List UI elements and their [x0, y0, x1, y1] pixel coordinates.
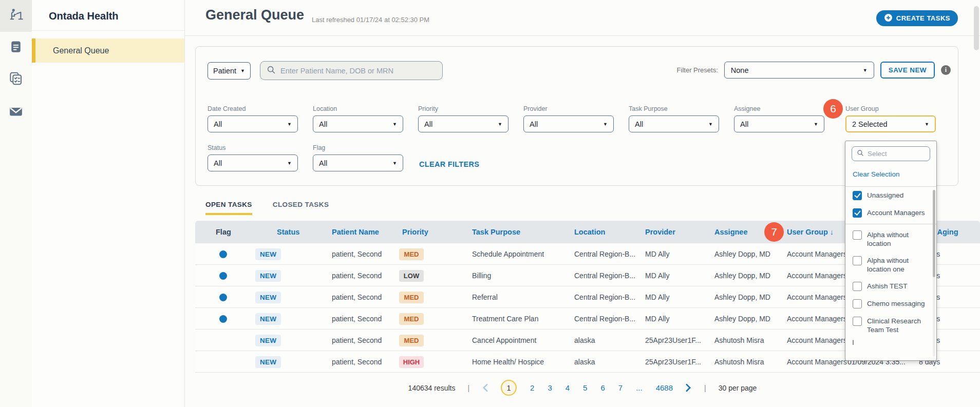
location-cell: Central Region-B... [574, 308, 635, 330]
chevron-down-icon: ▼ [814, 122, 818, 127]
save-new-button[interactable]: SAVE NEW [880, 62, 935, 79]
clear-filters-link[interactable]: CLEAR FILTERS [419, 156, 479, 172]
clear-selection-link[interactable]: Clear Selection [853, 170, 929, 178]
chevron-left-icon[interactable] [482, 383, 488, 392]
flag-dot[interactable] [219, 286, 227, 308]
flag-icon [219, 294, 227, 301]
checkbox[interactable] [853, 299, 862, 308]
column-header-flag[interactable]: Flag [216, 221, 231, 243]
priority-badge: MED [399, 335, 424, 346]
dropdown-search-input[interactable] [868, 150, 925, 158]
checkbox[interactable] [853, 317, 862, 326]
priority-select[interactable]: All▼ [418, 115, 508, 132]
provider-cell: 25Apr23User1F... [645, 351, 701, 373]
date-created-select[interactable]: All▼ [208, 115, 298, 132]
checkbox[interactable] [853, 256, 862, 265]
status-select[interactable]: All▼ [208, 154, 298, 171]
page-button[interactable]: 6 [600, 383, 605, 392]
filter-panel: Patient ▼ Filter Presets: None ▼ SAVE NE… [195, 46, 958, 186]
page-button[interactable]: 7 [618, 383, 623, 392]
status-badge: NEW [255, 356, 281, 368]
provider-cell: MD Ally [645, 265, 669, 286]
mail-icon [8, 103, 24, 120]
option-chemo-messaging[interactable]: Chemo messaging [845, 295, 936, 313]
page-scrollbar-thumb[interactable] [974, 6, 979, 50]
page-button[interactable]: 4 [566, 383, 570, 392]
patient-name-cell: patient, Second [332, 243, 382, 265]
column-header-status[interactable]: Status [277, 221, 299, 243]
flag-dot[interactable] [219, 308, 227, 330]
column-header-priority[interactable]: Priority [402, 221, 428, 243]
sidebar-item-general-queue[interactable]: General Queue [32, 38, 184, 63]
checkbox[interactable] [853, 208, 862, 218]
task-purpose-cell: Schedule Appointment [472, 243, 544, 265]
flag-dot[interactable] [219, 265, 227, 286]
search-icon [857, 149, 864, 159]
flag-dot[interactable] [219, 243, 227, 265]
option-alpha-without-location-one[interactable]: Alpha without location one [845, 252, 936, 278]
chevron-down-icon: ▼ [863, 68, 868, 73]
rail-item-workstation[interactable] [0, 0, 32, 32]
page-button-last[interactable]: 4688 [656, 383, 673, 392]
flag-select[interactable]: All▼ [313, 154, 403, 171]
option-ashish-test[interactable]: Ashish TEST [845, 278, 936, 295]
checkbox[interactable] [853, 230, 862, 240]
column-header-user-group[interactable]: User Group ↓ [787, 221, 834, 243]
step-badge-7: 7 [764, 222, 784, 242]
tab-closed-tasks[interactable]: CLOSED TASKS [273, 201, 329, 215]
option-alpha-without-location[interactable]: Alpha without location [845, 226, 936, 252]
user-group-cell: Account Managers [787, 330, 847, 351]
assignee-cell: Ashley Dopp, MD [714, 308, 770, 330]
chevron-down-icon: ▼ [287, 161, 292, 166]
status-badge: NEW [255, 335, 281, 346]
filter-user-group: User Group 2 Selected▼ [845, 105, 936, 132]
page-button[interactable]: 2 [530, 383, 534, 392]
app-root: Ontada Health General Queue General Queu… [0, 0, 980, 407]
create-tasks-button[interactable]: CREATE TASKS [876, 10, 958, 26]
search-category-select[interactable]: Patient ▼ [208, 62, 251, 80]
tab-open-tasks[interactable]: OPEN TASKS [205, 201, 252, 215]
page-button[interactable]: 3 [548, 383, 552, 392]
column-header-task-purpose[interactable]: Task Purpose [472, 221, 520, 243]
scrollbar-thumb[interactable] [933, 190, 935, 277]
task-purpose-select[interactable]: All▼ [629, 115, 719, 132]
option-clinical-research-team-test[interactable]: Clinical Research Team Test [845, 313, 936, 338]
assignee-cell: Ashutosh Misra [714, 351, 764, 373]
task-purpose-cell: Billing [472, 265, 491, 286]
dropdown-scrollbar[interactable] [933, 190, 935, 357]
column-header-patient-name[interactable]: Patient Name [332, 221, 379, 243]
assignee-select[interactable]: All▼ [734, 115, 824, 132]
info-icon[interactable]: i [941, 65, 951, 75]
page-button[interactable]: 5 [583, 383, 587, 392]
page-button-current[interactable]: 1 [501, 380, 517, 396]
provider-select[interactable]: All▼ [523, 115, 614, 132]
chevron-down-icon: ▼ [708, 122, 713, 127]
user-group-select[interactable]: 2 Selected▼ [845, 115, 936, 132]
option-partial [845, 338, 936, 345]
column-header-provider[interactable]: Provider [645, 221, 675, 243]
chevron-down-icon: ▼ [240, 68, 245, 73]
filter-presets-select[interactable]: None ▼ [724, 62, 874, 79]
location-cell: Central Region-B... [574, 243, 635, 265]
checkbox[interactable] [853, 191, 862, 200]
checkbox[interactable] [853, 282, 862, 291]
chevron-down-icon: ▼ [925, 122, 929, 127]
rail-item-mail[interactable] [0, 95, 32, 127]
rail-item-documents[interactable] [0, 32, 32, 64]
priority-badge: LOW [399, 270, 424, 282]
rail-item-task-lists[interactable] [0, 64, 32, 95]
page-ellipsis: ... [636, 383, 643, 392]
option-account-managers[interactable]: Account Managers [845, 204, 936, 222]
filter-priority: Priority All▼ [418, 105, 508, 132]
column-header-assignee[interactable]: Assignee [714, 221, 747, 243]
checkbox [853, 340, 854, 345]
column-header-location[interactable]: Location [574, 221, 605, 243]
flag-icon [219, 315, 227, 323]
chevron-right-icon[interactable] [685, 383, 692, 392]
option-unassigned[interactable]: Unassigned [845, 187, 936, 204]
status-badge: NEW [255, 248, 281, 260]
priority-badge: HIGH [399, 356, 424, 368]
patient-search-input[interactable] [280, 67, 436, 75]
location-select[interactable]: All▼ [313, 115, 403, 132]
filter-presets-label: Filter Presets: [677, 66, 718, 74]
